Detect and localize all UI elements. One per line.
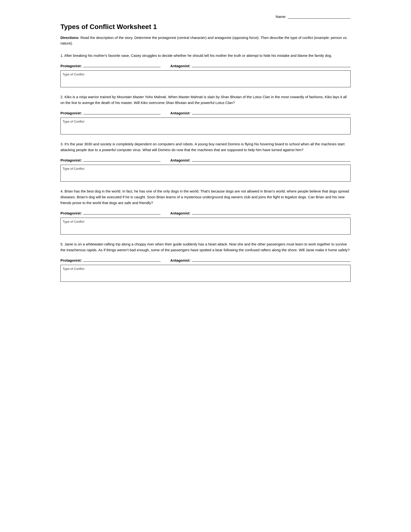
story-4-protagonist-label: Protagonist <box>60 211 81 215</box>
story-4-antagonist-field[interactable] <box>192 210 351 215</box>
story-5-antagonist-field[interactable] <box>192 257 351 262</box>
story-3-text: 3. It's the year 3030 and society is com… <box>60 141 351 153</box>
story-1-body: After breaking his mother's favorite vas… <box>64 53 332 57</box>
story-1-pa-row: Protagonist: Antagonist: <box>60 63 351 68</box>
story-2-conflict-box[interactable]: Type of Conflict <box>60 117 351 134</box>
worksheet-page: Name: Types of Conflict Worksheet 1 Dire… <box>41 0 370 308</box>
story-1: 1. After breaking his mother's favorite … <box>60 53 351 87</box>
story-3-conflict-label: Type of Conflict <box>63 167 84 171</box>
story-1-conflict-label: Type of Conflict <box>63 73 84 76</box>
story-4-conflict-box[interactable]: Type of Conflict <box>60 218 351 235</box>
story-1-conflict-box[interactable]: Type of Conflict <box>60 70 351 87</box>
story-1-antagonist-field[interactable] <box>192 63 351 67</box>
story-5: 5. Janie is on a whitewater-rafting trip… <box>60 241 351 282</box>
story-3-conflict-box[interactable]: Type of Conflict <box>60 165 351 182</box>
story-5-body: Janie is on a whitewater-rafting trip al… <box>60 242 350 252</box>
story-1-protagonist-label: Protagonist <box>60 64 81 68</box>
story-2-protagonist-field[interactable] <box>83 110 160 114</box>
story-2-number: 2. <box>60 95 64 99</box>
story-4-text: 4. Brian has the best dog in the world. … <box>60 188 351 206</box>
story-2-conflict-label: Type of Conflict <box>63 120 84 123</box>
name-label: Name: <box>276 15 286 19</box>
story-3-body: It's the year 3030 and society is comple… <box>60 142 345 152</box>
story-1-number: 1. <box>60 53 64 57</box>
story-3-protagonist-field[interactable] <box>83 157 160 162</box>
story-2-antagonist-field[interactable] <box>192 110 351 114</box>
story-1-text: 1. After breaking his mother's favorite … <box>60 53 351 58</box>
story-2: 2. Kiko is a ninja warrior trained by Mo… <box>60 94 351 134</box>
story-2-text: 2. Kiko is a ninja warrior trained by Mo… <box>60 94 351 106</box>
story-5-text: 5. Janie is on a whitewater-rafting trip… <box>60 241 351 253</box>
story-2-protagonist-label: Protagonist <box>60 111 81 115</box>
story-2-antagonist-label: Antagonist <box>170 111 189 115</box>
name-row: Name: <box>60 15 351 19</box>
story-3-number: 3. <box>60 142 64 146</box>
story-1-protagonist-field[interactable] <box>83 63 160 67</box>
story-2-pa-row: Protagonist: Antagonist: <box>60 110 351 115</box>
story-4-conflict-label: Type of Conflict <box>63 220 84 223</box>
story-5-pa-row: Protagonist: Antagonist: <box>60 257 351 262</box>
story-4-antagonist-label: Antagonist <box>170 211 189 215</box>
story-5-conflict-label: Type of Conflict <box>63 267 84 271</box>
story-2-body: Kiko is a ninja warrior trained by Mount… <box>60 95 347 105</box>
story-1-antagonist-label: Antagonist <box>170 64 189 68</box>
story-3-protagonist-label: Protagonist <box>60 158 81 162</box>
directions-label: Directions: <box>60 36 79 40</box>
story-4-body: Brian has the best dog in the world. In … <box>60 189 349 205</box>
name-input-line[interactable] <box>288 15 351 19</box>
story-5-antagonist-label: Antagonist <box>170 258 189 262</box>
directions: Directions: Read the description of the … <box>60 35 351 46</box>
story-3-antagonist-label: Antagonist <box>170 158 189 162</box>
directions-text: Read the description of the story. Deter… <box>60 36 348 45</box>
story-3-antagonist-field[interactable] <box>192 157 351 162</box>
page-title: Types of Conflict Worksheet 1 <box>60 23 351 31</box>
story-4-protagonist-field[interactable] <box>83 210 160 215</box>
story-3-pa-row: Protagonist: Antagonist: <box>60 157 351 162</box>
story-4-pa-row: Protagonist: Antagonist: <box>60 210 351 215</box>
story-4-number: 4. <box>60 189 64 193</box>
story-5-conflict-box[interactable]: Type of Conflict <box>60 265 351 282</box>
story-4: 4. Brian has the best dog in the world. … <box>60 188 351 235</box>
story-5-number: 5. <box>60 242 64 246</box>
story-3: 3. It's the year 3030 and society is com… <box>60 141 351 182</box>
story-5-protagonist-label: Protagonist <box>60 258 81 262</box>
story-5-protagonist-field[interactable] <box>83 257 160 262</box>
